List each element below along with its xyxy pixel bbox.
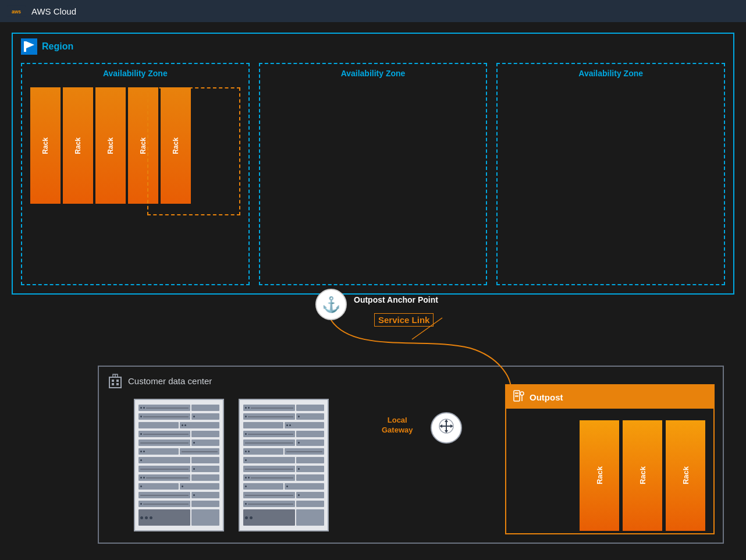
local-gateway-circle xyxy=(431,412,462,444)
region-header: Region xyxy=(21,38,73,55)
svg-point-16 xyxy=(520,392,524,395)
az-label-3: Availability Zone xyxy=(578,69,643,78)
aws-top-bar: aws AWS Cloud xyxy=(0,0,746,22)
region-icon xyxy=(21,38,37,55)
svg-rect-10 xyxy=(116,383,119,385)
aws-logo-icon: aws xyxy=(7,5,26,17)
svg-rect-15 xyxy=(515,395,518,397)
svg-rect-8 xyxy=(116,380,119,382)
svg-marker-3 xyxy=(26,41,34,48)
aws-cloud-container: Region Availability Zone Rack Rack Rack … xyxy=(5,5,741,555)
outpost-icon xyxy=(512,389,525,405)
az-box-1: Availability Zone Rack Rack Rack Rack Ra… xyxy=(21,63,250,285)
svg-text:aws: aws xyxy=(12,9,21,15)
az-container: Availability Zone Rack Rack Rack Rack Ra… xyxy=(21,63,725,285)
outpost-racks: Rack Rack Rack xyxy=(580,420,705,531)
az-label-1: Availability Zone xyxy=(103,69,168,78)
region-label: Region xyxy=(42,41,73,52)
local-gateway-label: LocalGateway xyxy=(382,416,413,435)
outpost-label: Outpost xyxy=(530,392,563,402)
az-box-3: Availability Zone xyxy=(496,63,725,285)
datacenter-header: Customer data center xyxy=(107,373,212,389)
az-box-2: Availability Zone xyxy=(259,63,488,285)
outpost-rack-3: Rack xyxy=(666,420,705,531)
server-rack-group-2 xyxy=(239,399,329,531)
svg-rect-9 xyxy=(112,383,114,385)
outpost-anchor-label: Outpost Anchor Point xyxy=(354,295,438,304)
datacenter-label: Customer data center xyxy=(128,376,212,386)
local-gateway-icon xyxy=(438,418,454,438)
rack-1: Rack xyxy=(30,87,61,204)
svg-rect-14 xyxy=(515,392,518,394)
svg-rect-7 xyxy=(112,380,114,382)
region-box: Region Availability Zone Rack Rack Rack … xyxy=(12,33,734,295)
datacenter-icon xyxy=(107,373,123,389)
outpost-rack-1: Rack xyxy=(580,420,619,531)
server-rack-group-1 xyxy=(134,399,224,531)
service-link-label: Service Link xyxy=(374,313,434,327)
svg-rect-2 xyxy=(24,41,26,52)
svg-rect-6 xyxy=(109,377,121,388)
outpost-anchor-circle: ⚓ xyxy=(315,289,347,320)
az-label-2: Availability Zone xyxy=(341,69,406,78)
aws-cloud-label: AWS Cloud xyxy=(31,6,76,16)
outpost-box: Outpost Rack Rack Rack xyxy=(505,384,715,534)
outpost-header: Outpost xyxy=(506,385,713,409)
rack-2: Rack xyxy=(63,87,93,204)
rack-3: Rack xyxy=(95,87,126,204)
outpost-rack-2: Rack xyxy=(623,420,662,531)
anchor-icon: ⚓ xyxy=(322,296,340,314)
outpost-dashed-area xyxy=(147,87,240,215)
datacenter-box: Customer data center xyxy=(98,366,724,544)
